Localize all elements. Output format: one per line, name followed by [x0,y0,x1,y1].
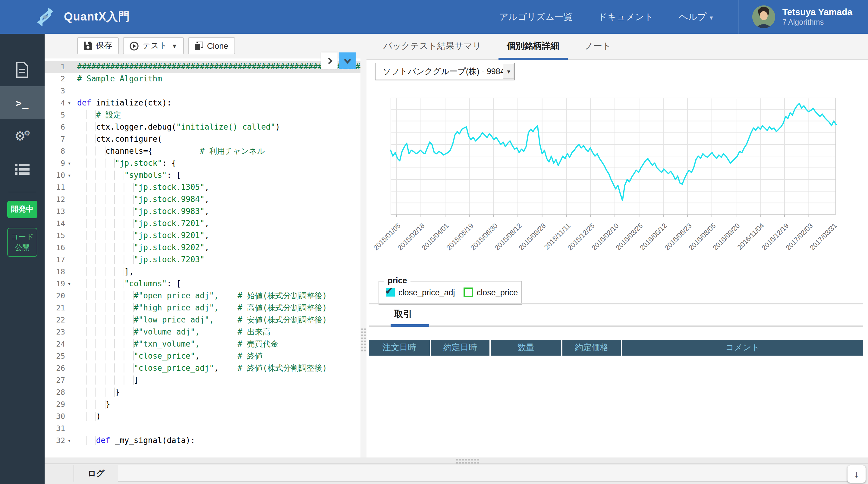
grip-dot [477,459,479,460]
tab-trades[interactable]: 取引 [394,309,412,320]
editor-corner-buttons [321,53,355,69]
collapse-down-button[interactable] [339,53,355,69]
code-line[interactable]: 19▾ "columns": [ [44,278,361,290]
code-line[interactable]: 23 #"volume_adj", # 出来高 [44,326,361,338]
code-publish-button[interactable]: コード 公開 [7,228,37,257]
grip-dot [459,462,461,463]
column-header[interactable]: 数量 [491,340,561,356]
line-number: 31 [44,423,65,434]
code-line[interactable]: 10▾ "symbols": [ [44,170,361,181]
code-line[interactable]: 2# Sample Algorithm [44,73,361,85]
code-line[interactable]: 4▾def initialize(ctx): [44,97,361,109]
tab-active[interactable]: 個別銘柄詳細 [498,34,567,60]
fold-arrow-icon[interactable]: ▾ [65,157,73,170]
code-line[interactable]: 18 ], [44,266,361,278]
code-line[interactable]: 9▾ "jp.stock": { [44,157,361,170]
sidebar-item-list[interactable] [0,152,44,186]
code-line[interactable]: 1#######################################… [44,61,361,73]
line-number: 23 [44,326,65,338]
grip-dot [477,462,479,463]
panel-resize-handle-vertical[interactable] [361,329,366,383]
nav-link[interactable]: ドキュメント [598,11,653,23]
code-line[interactable]: 7 ctx.configure( [44,133,361,145]
code-line[interactable]: 30 ) [44,411,361,423]
checkbox-checked[interactable]: ✔ [386,288,395,297]
user-menu[interactable]: Tetsuya Yamada 7 Algorithms [752,5,852,28]
symbol-select[interactable]: ソフトバンクグループ(株) - 9984 ▼ [375,63,515,80]
code-line[interactable]: 32▾ def _my_signal(data): [44,434,361,447]
code-line[interactable]: 25 "close_price", # 終値 [44,350,361,362]
column-header[interactable]: 約定日時 [431,340,490,356]
column-header[interactable]: 約定価格 [562,340,621,356]
line-number: 8 [44,145,65,157]
fold-arrow-icon[interactable]: ▾ [65,97,73,109]
code-line[interactable]: 5 # 設定 [44,109,361,121]
code-line[interactable]: 6 ctx.logger.debug("initialize() called"… [44,121,361,133]
code-line[interactable]: 20 #"open_price_adj", # 始値(株式分割調整後) [44,290,361,302]
grip-dot [361,335,363,336]
clone-button[interactable]: Clone [188,37,235,54]
avatar[interactable] [752,5,775,28]
code-line[interactable]: 27 ] [44,374,361,386]
symbol-select-value: ソフトバンクグループ(株) - 9984 [375,66,503,77]
nav-link[interactable]: アルゴリズム一覧 [499,11,572,23]
sidebar-item-file[interactable] [0,53,44,86]
sidebar-item-settings[interactable]: ⚙⚙ [0,119,44,152]
fold-gutter [65,133,73,145]
status-badge: 開発中 [7,201,37,218]
code-line[interactable]: 3 [44,85,361,97]
grip-dot [474,459,476,460]
tab-inactive[interactable]: ノート [576,34,619,60]
fold-arrow-icon[interactable]: ▾ [65,170,73,181]
nav-link[interactable]: ヘルプ▾ [679,11,713,23]
user-algorithm-count: 7 Algorithms [782,18,852,27]
save-button[interactable]: 保存 [77,37,119,54]
code-line[interactable]: 26 "close_price_adj", # 終値(株式分割調整後) [44,362,361,374]
tab-inactive[interactable]: バックテスト結果サマリ [375,34,490,60]
x-tick-label: 2016/06/23 [641,222,693,274]
code-line[interactable]: 8 channels={ # 利用チャンネル [44,145,361,157]
column-header[interactable]: 注文日時 [369,340,430,356]
line-number: 5 [44,109,65,121]
code-line[interactable]: 24 #"txn_volume", # 売買代金 [44,338,361,350]
line-number: 16 [44,242,65,254]
column-header[interactable]: コメント [622,340,863,356]
x-tick-label: 2015/06/30 [447,222,499,274]
code-line[interactable]: 12 "jp.stock.9984", [44,193,361,206]
sidebar-item-code-editor[interactable]: >_ [0,86,44,119]
legend-item[interactable]: close_price [464,288,518,297]
fold-arrow-icon[interactable]: ▾ [65,434,73,447]
expand-right-button[interactable] [321,53,338,69]
log-output-area[interactable] [118,465,860,482]
fold-gutter [65,109,73,121]
code-line[interactable]: 15 "jp.stock.9201", [44,230,361,242]
quantx-logo-icon[interactable] [36,6,54,28]
code-line[interactable]: 11 "jp.stock.1305", [44,181,361,193]
panel-resize-handle-horizontal[interactable] [456,459,498,463]
line-number: 2 [44,73,65,85]
code-line[interactable]: 13 "jp.stock.9983", [44,206,361,218]
grip-dot [361,346,363,348]
code-line[interactable]: 29 } [44,398,361,411]
code-line[interactable]: 16 "jp.stock.9202", [44,242,361,254]
code-line[interactable]: 31 [44,423,361,434]
test-button[interactable]: テスト ▼ [123,37,184,54]
code-line[interactable]: 28 } [44,386,361,398]
x-tick-label: 2015/02/18 [374,222,426,274]
code-line[interactable]: 21 #"high_price_adj", # 高値(株式分割調整後) [44,302,361,314]
checkbox-unchecked[interactable] [464,288,473,297]
line-number: 29 [44,398,65,411]
fold-gutter [65,290,73,302]
legend-item-label: close_price [477,288,518,297]
page-title: QuantX入門 [64,9,130,25]
code-line[interactable]: 14 "jp.stock.7201", [44,218,361,230]
fold-arrow-icon[interactable]: ▾ [65,278,73,290]
fold-gutter [65,73,73,85]
code-editor[interactable]: 1#######################################… [44,58,361,457]
x-tick-label: 2015/09/28 [495,222,547,274]
code-line[interactable]: 22 #"low_price_adj", # 安値(株式分割調整後) [44,314,361,326]
legend-item[interactable]: ✔close_price_adj [386,288,455,297]
sidebar-divider [8,192,36,192]
code-line[interactable]: 17 "jp.stock.7203" [44,254,361,266]
log-download-button[interactable]: ↓ [847,465,866,483]
